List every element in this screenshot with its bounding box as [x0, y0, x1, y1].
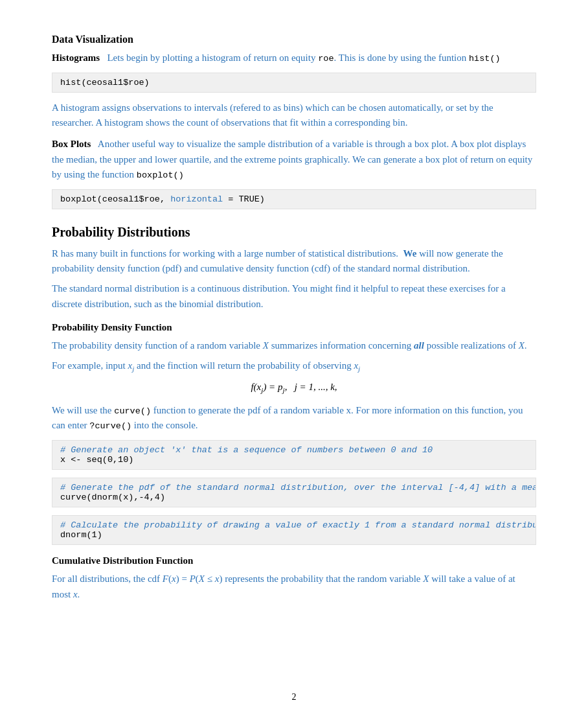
boxplot-code-inline: boxplot(): [137, 170, 184, 180]
prob-distributions-section: Probability Distributions R has many bui…: [52, 225, 536, 602]
boxplot-code-normal: boxplot(ceosal1$roe,: [60, 194, 170, 204]
pdf-section: Probability Density Function The probabi…: [52, 322, 536, 546]
code-line3: dnorm(1): [60, 530, 528, 540]
prob-dist-para1: R has many built in functions for workin…: [52, 246, 536, 277]
histograms-para: Histograms Lets begin by plotting a hist…: [52, 51, 536, 66]
data-visualization-title: Data Visualization: [52, 34, 536, 45]
boxplots-text1: Another useful way to visualize the samp…: [52, 139, 532, 180]
boxplots-para: Box Plots Another useful way to visualiz…: [52, 137, 536, 182]
page: Data Visualization Histograms Lets begin…: [0, 0, 588, 718]
cdf-para1: For all distributions, the cdf F(x) = P(…: [52, 572, 536, 602]
page-number: 2: [292, 692, 297, 702]
pdf-para1: The probability density function of a ra…: [52, 338, 536, 353]
hist-code: hist(): [469, 54, 501, 64]
code-line2: curve(dnorm(x),-4,4): [60, 492, 528, 502]
code-line1: x <- seq(0,10): [60, 455, 528, 465]
code-comment3: # Calculate the probability of drawing a…: [60, 520, 528, 530]
boxplots-label: Box Plots: [52, 139, 91, 149]
histograms-label: Histograms: [52, 52, 100, 63]
pdf-para3: We will use the curve() function to gene…: [52, 403, 536, 434]
boxplot-code-block: boxplot(ceosal1$roe, horizontal = TRUE): [52, 189, 536, 209]
roe-code: roe: [318, 54, 334, 64]
pdf-code-block3: # Calculate the probability of drawing a…: [52, 515, 536, 545]
code-comment1: # Generate an object 'x' that is a seque…: [60, 445, 528, 455]
math-formula: f(xj) = pj, j = 1, ..., k,: [52, 382, 536, 394]
pdf-title: Probability Density Function: [52, 322, 536, 333]
code-comment2: # Generate the pdf of the standard norma…: [60, 483, 528, 492]
pdf-para2: For example, input xj and the finction w…: [52, 358, 536, 375]
cdf-section: Cumulative Distribution Function For all…: [52, 555, 536, 602]
histograms-intro: Lets begin by plotting a histogram of re…: [107, 52, 318, 63]
histogram-para1: A histogram assigns observations to inte…: [52, 100, 536, 131]
prob-distributions-title: Probability Distributions: [52, 225, 536, 240]
histograms-middle: . This is done by using the funtion: [334, 52, 469, 63]
pdf-code-block2: # Generate the pdf of the standard norma…: [52, 478, 536, 507]
hist-code-block: hist(ceosal1$roe): [52, 73, 536, 93]
boxplot-code-eq: =: [223, 194, 238, 204]
cdf-title: Cumulative Distribution Function: [52, 555, 536, 566]
pdf-code-block1: # Generate an object 'x' that is a seque…: [52, 440, 536, 470]
boxplot-code-true: TRUE): [238, 194, 265, 204]
prob-dist-para2: The standard normal distribution is a co…: [52, 281, 536, 312]
boxplot-code-kw: horizontal: [170, 194, 223, 204]
data-visualization-section: Data Visualization Histograms Lets begin…: [52, 34, 536, 209]
